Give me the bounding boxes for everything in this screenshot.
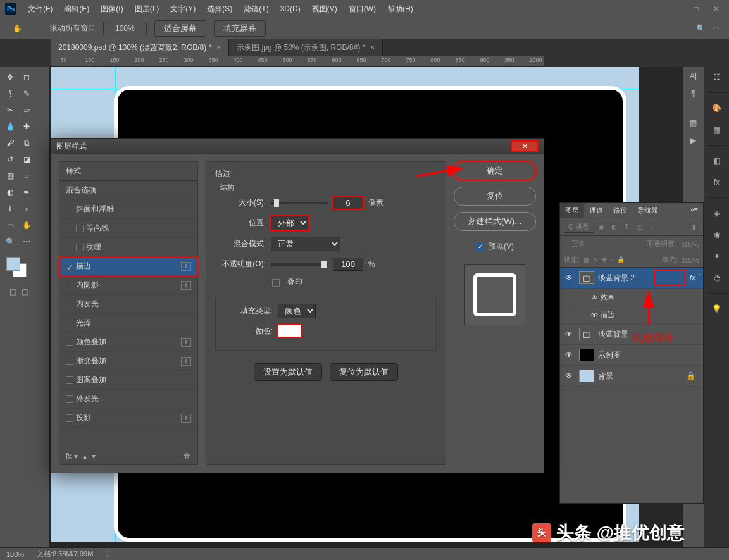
- style-gradient-overlay[interactable]: 渐变叠加+: [59, 352, 197, 371]
- tab-channels[interactable]: 通道: [584, 203, 608, 218]
- style-satin[interactable]: 光泽: [59, 314, 197, 333]
- styles-panel-icon[interactable]: fx: [709, 175, 725, 190]
- menu-type[interactable]: 文字(Y): [165, 1, 201, 17]
- menu-image[interactable]: 图像(I): [96, 1, 128, 17]
- layer-row[interactable]: 👁 淡蓝背景 2 fx ˆ: [560, 268, 703, 289]
- layer-row[interactable]: 👁 背景 🔒: [560, 366, 703, 387]
- lock-artboard-icon[interactable]: ✥: [602, 256, 607, 263]
- close-tab-icon[interactable]: ×: [216, 43, 221, 52]
- paths-icon[interactable]: ✦: [709, 249, 725, 264]
- info-icon[interactable]: ◔: [709, 270, 725, 285]
- maximize-button[interactable]: □: [688, 3, 704, 15]
- healing-tool[interactable]: ✚: [19, 119, 34, 134]
- move-up-icon[interactable]: ▴: [83, 452, 87, 461]
- position-select[interactable]: 外部: [271, 216, 309, 230]
- layers-icon[interactable]: ◈: [709, 206, 725, 221]
- zoom-tool[interactable]: 🔍: [3, 234, 18, 249]
- marquee-tool[interactable]: ◻: [19, 70, 34, 85]
- visibility-icon[interactable]: 👁: [563, 273, 575, 282]
- fg-color-swatch[interactable]: [6, 257, 20, 271]
- filter-type-icon[interactable]: T: [622, 222, 632, 232]
- preview-checkbox[interactable]: ✓: [476, 242, 485, 251]
- path-tool[interactable]: ▹: [19, 201, 34, 216]
- style-stroke[interactable]: ✓描边+: [59, 257, 197, 276]
- fill-screen-button[interactable]: 填充屏幕: [214, 20, 266, 37]
- color-panel-icon[interactable]: 🎨: [709, 101, 725, 116]
- quick-select-tool[interactable]: ✎: [19, 86, 34, 101]
- lock-position-icon[interactable]: ✎: [593, 256, 598, 263]
- style-contour[interactable]: 等高线: [59, 219, 197, 238]
- tab-document-2[interactable]: 示例图.jpg @ 50% (示例图, RGB/8#) *×: [229, 39, 383, 56]
- layer-row[interactable]: 👁 示例图: [560, 345, 703, 366]
- visibility-icon[interactable]: 👁: [563, 330, 575, 339]
- cancel-button[interactable]: 复位: [454, 187, 536, 206]
- brush-tool[interactable]: 🖌: [3, 135, 18, 151]
- tab-paths[interactable]: 路径: [608, 203, 632, 218]
- eraser-tool[interactable]: ◪: [19, 152, 34, 167]
- lock-pixels-icon[interactable]: ▦: [583, 256, 589, 263]
- add-effect-icon[interactable]: +: [181, 281, 191, 290]
- stroke-color-swatch[interactable]: [278, 325, 302, 337]
- edit-toolbar[interactable]: ⋯: [19, 234, 34, 249]
- style-texture[interactable]: 纹理: [59, 238, 197, 257]
- status-doc-size[interactable]: 文档:8.58M/7.99M: [37, 549, 93, 559]
- filter-shape-icon[interactable]: ◻: [635, 222, 645, 232]
- overprint-checkbox[interactable]: 叠印: [287, 277, 302, 288]
- style-inner-glow[interactable]: 内发光: [59, 295, 197, 314]
- move-tool[interactable]: ✥: [3, 70, 18, 85]
- menu-file[interactable]: 文件(F): [23, 1, 58, 17]
- layer-effect-stroke[interactable]: 👁 描边: [560, 306, 703, 324]
- reset-default-button[interactable]: 复位为默认值: [330, 363, 398, 381]
- properties-icon[interactable]: ☷: [709, 70, 725, 85]
- pen-tool[interactable]: ✒: [19, 185, 34, 200]
- menu-view[interactable]: 视图(V): [307, 1, 342, 17]
- add-effect-icon[interactable]: +: [181, 414, 191, 423]
- color-swatches[interactable]: [3, 256, 35, 281]
- menu-3d[interactable]: 3D(D): [275, 2, 306, 16]
- type-tool[interactable]: T: [3, 201, 18, 216]
- gradient-tool[interactable]: ▦: [3, 168, 18, 184]
- frame-tool[interactable]: ▱: [19, 103, 34, 118]
- zoom-level[interactable]: 100%: [103, 22, 147, 35]
- visibility-icon[interactable]: 👁: [563, 351, 575, 359]
- blur-tool[interactable]: ○: [19, 168, 34, 184]
- style-color-overlay[interactable]: 颜色叠加+: [59, 333, 197, 352]
- dodge-tool[interactable]: ◐: [3, 185, 18, 200]
- fx-indicator[interactable]: fx: [690, 273, 695, 282]
- style-inner-shadow[interactable]: 内阴影+: [59, 276, 197, 295]
- panel-menu-icon[interactable]: »≡: [685, 203, 703, 218]
- character-panel-icon[interactable]: A|: [687, 70, 700, 82]
- visibility-icon[interactable]: 👁: [588, 294, 601, 301]
- menu-select[interactable]: 选择(S): [202, 1, 237, 17]
- add-effect-icon[interactable]: +: [181, 357, 191, 366]
- style-drop-shadow[interactable]: 投影+: [59, 409, 197, 428]
- fx-menu-icon[interactable]: fx ▾: [66, 452, 78, 461]
- eyedropper-tool[interactable]: 💧: [3, 119, 18, 134]
- tab-document-1[interactable]: 20180009.psd @ 100% (淡蓝背景2, RGB/8) *×: [51, 39, 229, 56]
- blend-mode-select[interactable]: 正常: [271, 237, 340, 251]
- actions-panel-icon[interactable]: ▶: [687, 134, 700, 147]
- size-slider[interactable]: [271, 202, 328, 204]
- filter-toggle-icon[interactable]: ▮: [689, 222, 699, 232]
- close-window-button[interactable]: ✕: [709, 3, 724, 15]
- filter-smart-icon[interactable]: ▫: [647, 222, 657, 232]
- shape-tool[interactable]: ▭: [3, 218, 18, 233]
- adjustments-panel-icon[interactable]: ◧: [709, 153, 725, 168]
- hand-tool[interactable]: ✋: [19, 218, 34, 233]
- fill-type-select[interactable]: 颜色: [278, 304, 316, 318]
- style-outer-glow[interactable]: 外发光: [59, 390, 197, 409]
- trash-icon[interactable]: 🗑: [184, 452, 191, 461]
- style-bevel[interactable]: 斜面和浮雕: [59, 200, 197, 219]
- style-pattern-overlay[interactable]: 图案叠加: [59, 371, 197, 390]
- add-effect-icon[interactable]: +: [181, 338, 191, 347]
- filter-adjust-icon[interactable]: ◐: [609, 222, 620, 232]
- history-brush-tool[interactable]: ↺: [3, 152, 18, 167]
- search-icon[interactable]: 🔍: [696, 24, 706, 33]
- menu-window[interactable]: 窗口(W): [344, 1, 381, 17]
- new-style-button[interactable]: 新建样式(W)...: [454, 212, 536, 231]
- style-blending-options[interactable]: 混合选项: [59, 181, 197, 200]
- size-input[interactable]: [333, 196, 363, 209]
- layer-fill-value[interactable]: 100%: [682, 256, 699, 264]
- chevron-up-icon[interactable]: ˆ: [698, 273, 701, 282]
- scroll-all-windows[interactable]: 滚动所有窗口: [40, 23, 96, 34]
